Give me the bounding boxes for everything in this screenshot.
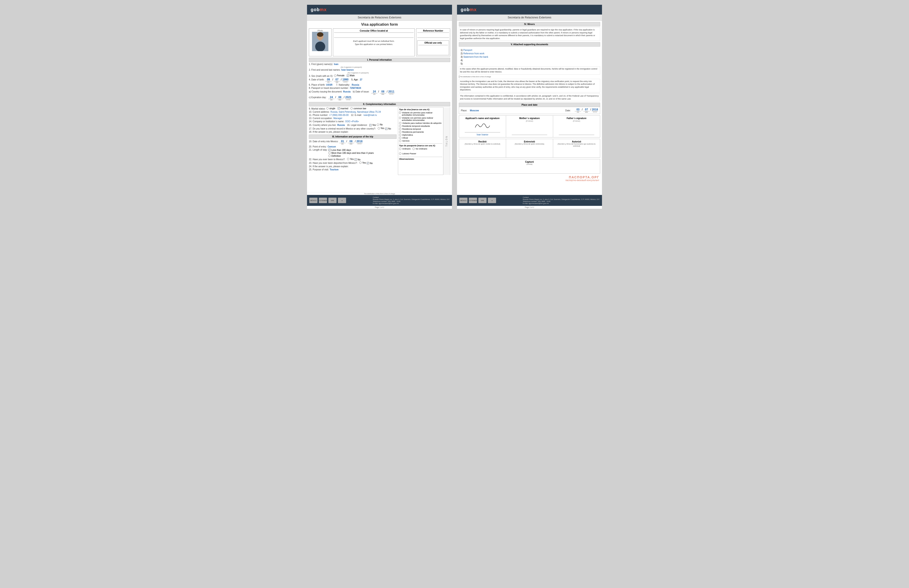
issue-dd-sub: DD — [373, 94, 375, 95]
entry-point-value: Cancun — [327, 145, 336, 148]
field-marital: 9. Marital status: single ✓ married co — [309, 107, 396, 110]
pd-mm-val: 07 — [583, 108, 590, 111]
first-name-value: Ivan — [334, 63, 338, 65]
deported-label: 23. Have you ever been deported from Méx… — [309, 162, 357, 164]
marital-label: 9. Marital status: — [309, 107, 325, 110]
field-pob: 6. Place of birth: USSR 7. Nationality: … — [309, 84, 450, 86]
address-value: Russia, Saint-Petersburg, Narodnaya Ulit… — [330, 111, 381, 113]
cotemer-logo-p2: COTEMER — [469, 198, 477, 203]
footer-p2: MÉXICO COTEMER SRE ● Contact: Ricardo Fl… — [457, 195, 602, 206]
legal-no-label: No — [380, 123, 383, 126]
autorizo-sub: (Nombre y firma del funcionario que auto… — [555, 143, 598, 147]
capturo-box: Capturó (Firma) — [459, 159, 600, 174]
deported-no-check: ✓ — [367, 162, 369, 164]
recibo-section: Recibió (Nombre y firma de quien recibe … — [459, 139, 600, 158]
explain18-label: 18. If the answer is yes, please explain… — [309, 131, 349, 133]
field-purpose: 25. Purpose of visit: Tourism — [309, 168, 396, 171]
dob-dd-sub: DD — [327, 81, 330, 83]
marital-married-label: married — [341, 107, 348, 110]
visa-opt-8-label: Servicio — [402, 140, 409, 142]
contact-email-p2: E-mail: dgconsulares@sre.gob.mx — [522, 202, 600, 205]
page-1: gobmx Secretaría de Relaciones Exteriore… — [307, 5, 452, 209]
visa-opt-3-radio — [399, 125, 401, 127]
expiry-dd-val: 24 — [328, 96, 335, 99]
legal-yes-check: ✓ — [369, 124, 372, 126]
section4-header: IV. Minors — [459, 22, 600, 26]
passport-opt-0-label: Ordinario — [402, 148, 411, 150]
recibo-sub: (Nombre y firma de quien recibe la solic… — [460, 143, 505, 145]
issue-date-label: b) Date of issue: — [353, 90, 369, 93]
field-sex: 3. Sex (mark with an X): Female ✓ Male — [309, 74, 450, 77]
issue-mm-field: 08 MM — [380, 90, 386, 95]
distribution-note-p2: The distribution of this form is free of… — [459, 76, 600, 78]
ref-input — [417, 34, 449, 38]
passport-type-options: Ordinario No Ordinario Laissez-Passer — [399, 148, 442, 155]
passport-opt-0: Ordinario — [399, 148, 411, 150]
dob-sep2: / — [341, 78, 342, 81]
criminal-yes: Yes — [378, 127, 384, 129]
consular-note2: Type this application or use printed let… — [334, 43, 414, 45]
footer-logos-p2: MÉXICO COTEMER SRE ● — [459, 198, 496, 203]
pob-label: 6. Place of birth: — [309, 84, 325, 86]
doc-num-5: 5) — [461, 63, 463, 65]
deported-no-label: No — [370, 162, 373, 165]
page-num-p2: Page 2 of 2 — [457, 206, 602, 209]
pd-dd-val: 03 — [575, 108, 581, 111]
seal-logo-p2: ● — [488, 198, 496, 203]
issue-yyyy-field: 2011 YYYY — [388, 90, 395, 95]
sex-male-label: Male — [350, 74, 355, 77]
criminal-yes-radio — [378, 127, 380, 129]
visa-opt-1-radio — [399, 117, 401, 119]
visa-opt-7-radio — [399, 137, 401, 139]
visa-opt-0-label: Visitante sin permiso para realizar acti… — [402, 111, 442, 116]
entry-mm-field: 08 MM — [348, 140, 354, 145]
brand-gob: gob — [311, 7, 320, 12]
place-date-fields: 03 DD / 07 MM / 2018 YYYY — [575, 108, 598, 113]
expiry-dd-field: 24 DD — [328, 96, 335, 101]
dob-yyyy-val: 1990 — [342, 78, 349, 81]
recibo-title: Recibió — [460, 141, 505, 143]
visa-opt-3: Residente temporal estudiante — [399, 125, 442, 127]
entry-mm-val: 08 — [348, 140, 354, 143]
section5-header: V. Attached supporting documents — [459, 42, 600, 47]
visa-opt-3-label: Residente temporal estudiante — [402, 125, 430, 127]
field-been: 22. Have you ever been to Mexico?: Yes ✓… — [309, 158, 396, 161]
stay-label: 21. Length of stay: — [309, 149, 327, 151]
top-section: Photo — [309, 28, 450, 57]
field-stay: 21. Length of stay: ✓ Less than 180 days… — [309, 149, 396, 157]
applicant-sig-svg — [473, 121, 492, 130]
been-yes-label: Yes — [350, 158, 354, 160]
dob-label: 4. Date of birth: — [309, 78, 324, 81]
photo-image — [312, 32, 328, 51]
sex-label: 3. Sex (mark with an X): — [309, 75, 333, 77]
sre-logo-p2: SRE — [478, 198, 487, 203]
contact-title-p1: Contact: — [373, 196, 450, 198]
visa-opt-0: Visitante sin permiso para realizar acti… — [399, 111, 442, 116]
legal-text-1: According to the Immigration Law and its… — [459, 79, 600, 92]
marital-common: common law — [350, 107, 366, 110]
secretaria-bar-p2: Secretaría de Relaciones Exteriores — [457, 15, 602, 21]
ref-title: Reference Number — [417, 29, 449, 33]
distribution-note-p1: The distribution of this form is free of… — [307, 192, 452, 195]
observaciones-section: Observaciones: — [399, 157, 442, 173]
pd-yyyy-field: 2018 YYYY — [592, 108, 598, 113]
last-name-note: (As it appears in passport) — [348, 72, 450, 74]
section2-content: 9. Marital status: single ✓ married co — [309, 107, 450, 175]
passport-opt-0-radio — [399, 148, 401, 150]
capturo-sig-area — [460, 165, 598, 172]
visa-opt-7-label: Oficial — [402, 137, 408, 139]
stay-opt2: More than 180 days and less than 4 years — [328, 152, 374, 154]
section5-disclaimer: In the cases when the applicant presents… — [459, 66, 600, 74]
dob-dd-val: 09 — [325, 78, 332, 81]
contact-email-p1: E-mail: dgconsulares@sre.gob.mx — [373, 202, 450, 205]
email-value: ivan@mail.ru — [364, 114, 377, 116]
footer-p1: MÉXICO COTEMER SRE ● Contact: Ricardo Fl… — [307, 195, 452, 206]
contact-address-p1: Ricardo Flores Magón no. 2, piso 3, Col.… — [373, 198, 450, 200]
place-date-row: Place: Moscow Date: 03 DD / 07 MM / — [459, 107, 600, 114]
field-criminal: 17. Do you have a criminal record in Mex… — [309, 127, 396, 130]
dob-mm-val: 07 — [334, 78, 340, 81]
place-date-header: Place and date — [459, 103, 600, 107]
recibo-sig-area — [460, 145, 505, 154]
age-value: 27 — [360, 78, 362, 81]
marital-single-label: single — [329, 107, 335, 110]
